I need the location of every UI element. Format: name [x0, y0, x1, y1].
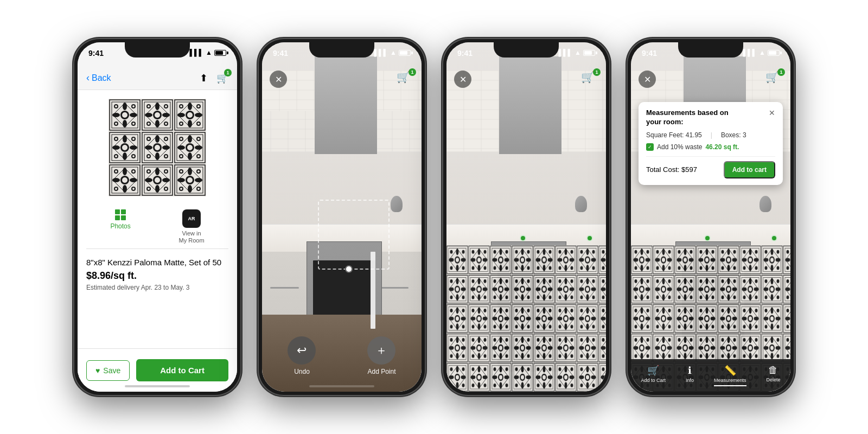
status-time-3: 9:41 — [457, 49, 473, 58]
wifi-icon-3: ▲ — [575, 49, 581, 56]
delivery-info: Estimated delivery Apr. 23 to May. 3 — [86, 284, 228, 291]
ar-selection-area — [318, 200, 390, 270]
scene-kettle-3 — [575, 196, 587, 212]
home-indicator-2 — [309, 385, 374, 387]
ar-bottom-toolbar: 🛒 Add to Cart ℹ Info 📏 Measurements 🗑 De… — [631, 359, 790, 392]
undo-button[interactable]: ↩ Undo — [288, 336, 316, 375]
save-button[interactable]: ♥ Save — [86, 360, 130, 381]
save-label: Save — [103, 366, 120, 375]
phone-1: 9:41 ▌▌▌ ▲ ‹ Back ⬆ — [73, 38, 241, 396]
cart-nav-container: 🛒 1 — [216, 72, 228, 84]
svg-rect-40 — [446, 245, 606, 392]
battery-icon-3 — [583, 50, 595, 56]
ar-badge: AR — [182, 209, 201, 228]
patterned-floor-3 — [446, 245, 606, 392]
add-point-label: Add Point — [367, 368, 395, 375]
phone-4-kitchen — [631, 42, 790, 392]
ar-close-button-2[interactable]: ✕ — [270, 71, 287, 88]
toolbar-info-icon: ℹ — [688, 365, 692, 376]
ar-cart-button-3[interactable]: 🛒 1 — [581, 71, 598, 88]
toolbar-delete-icon: 🗑 — [768, 365, 778, 376]
phone-1-inner: 9:41 ▌▌▌ ▲ ‹ Back ⬆ — [78, 42, 237, 392]
sq-feet-label: Square Feet: — [646, 131, 684, 139]
back-button[interactable]: ‹ Back — [86, 72, 111, 84]
toolbar-measurements[interactable]: 📏 Measurements — [714, 365, 746, 386]
phone-2: 9:41 ▌▌▌ ▲ ✕ 🛒 1 — [258, 38, 426, 396]
mcard-boxes: Boxes: 3 — [721, 131, 746, 139]
battery-icon-4 — [768, 50, 780, 56]
waste-checkbox[interactable]: ✓ — [646, 143, 654, 151]
signal-icon-1: ▌▌▌ — [190, 49, 204, 56]
ar-cart-badge-3: 1 — [593, 68, 601, 76]
phone-3-inner: 9:41 ▌▌▌ ▲ ✕ 🛒 1 — [446, 42, 606, 392]
signal-icon-2: ▌▌▌ — [374, 49, 388, 56]
phone-4: 9:41 ▌▌▌ ▲ ✕ 🛒 1 Measure — [627, 38, 795, 396]
battery-icon-1 — [214, 50, 226, 56]
toolbar-delete[interactable]: 🗑 Delete — [766, 365, 780, 382]
floor-tile-svg-3 — [446, 245, 606, 392]
back-label: Back — [92, 73, 111, 83]
phone-1-body: Photos AR View inMy Room 8"x8" Kenzzi Pa… — [78, 90, 237, 348]
share-icon[interactable]: ⬆ — [200, 72, 208, 84]
waste-text: Add 10% waste — [657, 143, 702, 151]
toolbar-cart-label: Add to Cart — [641, 378, 666, 383]
view-options: Photos AR View inMy Room — [86, 205, 228, 249]
mcard-row1: Square Feet: 41.95 | Boxes: 3 — [646, 131, 775, 139]
handle-4-2 — [380, 287, 409, 289]
toolbar-measurements-label: Measurements — [714, 378, 746, 383]
mcard-waste-row: ✓ Add 10% waste 46.20 sq ft. — [646, 143, 775, 151]
toolbar-cart-icon: 🛒 — [647, 365, 659, 376]
tile-image-container — [86, 99, 228, 196]
ar-cart-badge-2: 1 — [409, 68, 416, 76]
wifi-icon-2: ▲ — [390, 49, 397, 56]
toolbar-info-label: Info — [686, 378, 694, 383]
ar-view-tab[interactable]: AR View inMy Room — [179, 209, 205, 244]
mcard-header: Measurements based on your room: ✕ — [646, 108, 775, 127]
ar-selection-dot-2 — [345, 265, 353, 273]
heart-icon: ♥ — [95, 366, 100, 375]
phone-4-inner: 9:41 ▌▌▌ ▲ ✕ 🛒 1 Measure — [631, 42, 790, 392]
wifi-icon-4: ▲ — [759, 49, 765, 56]
phone-1-screen: 9:41 ▌▌▌ ▲ ‹ Back ⬆ — [78, 42, 237, 392]
scene-kettle-4 — [760, 196, 771, 212]
phone-2-inner: 9:41 ▌▌▌ ▲ ✕ 🛒 1 — [262, 42, 422, 392]
toolbar-delete-label: Delete — [766, 377, 780, 382]
status-icons-2: ▌▌▌ ▲ — [374, 49, 411, 56]
ar-close-button-3[interactable]: ✕ — [454, 71, 471, 88]
mcard-title: Measurements based on your room: — [646, 108, 733, 127]
wifi-icon-1: ▲ — [206, 49, 212, 56]
add-point-button[interactable]: ＋ Add Point — [367, 336, 395, 375]
ar-cart-badge-4: 1 — [777, 68, 785, 76]
phone-3-screen: 9:41 ▌▌▌ ▲ ✕ 🛒 1 — [446, 42, 606, 392]
ar-cart-button-4[interactable]: 🛒 1 — [765, 71, 783, 88]
total-label: Total Cost: — [646, 165, 679, 174]
mcard-total: Total Cost: $597 — [646, 165, 697, 174]
toolbar-add-to-cart[interactable]: 🛒 Add to Cart — [641, 365, 666, 383]
notch-1 — [125, 42, 190, 58]
phone-2-screen: 9:41 ▌▌▌ ▲ ✕ 🛒 1 — [262, 42, 422, 392]
phone-1-navbar: ‹ Back ⬆ 🛒 1 — [78, 66, 237, 90]
mcard-footer: Total Cost: $597 Add to cart — [646, 156, 775, 178]
signal-icon-4: ▌▌▌ — [743, 49, 757, 56]
add-to-cart-button[interactable]: Add to Cart — [136, 359, 228, 381]
svg-rect-19 — [108, 99, 206, 196]
phones-container: 9:41 ▌▌▌ ▲ ‹ Back ⬆ — [57, 22, 811, 412]
total-value: $597 — [681, 165, 697, 174]
mcard-close-button[interactable]: ✕ — [769, 108, 775, 117]
product-price: $8.96/sq ft. — [86, 270, 228, 282]
photos-tab[interactable]: Photos — [110, 209, 130, 244]
scene-hood-3 — [499, 56, 561, 154]
photos-label: Photos — [110, 222, 130, 230]
add-point-icon: ＋ — [367, 336, 395, 365]
status-time-2: 9:41 — [273, 49, 288, 58]
mcard-add-to-cart-button[interactable]: Add to cart — [724, 161, 775, 178]
ar-controls-2: ↩ Undo ＋ Add Point — [262, 336, 422, 375]
ar-close-button-4[interactable]: ✕ — [639, 71, 656, 88]
measurement-card: Measurements based on your room: ✕ Squar… — [639, 102, 783, 185]
status-time-1: 9:41 — [88, 49, 104, 58]
ar-cart-button-2[interactable]: 🛒 1 — [397, 71, 414, 88]
toolbar-info[interactable]: ℹ Info — [686, 365, 694, 383]
tile-image — [108, 99, 206, 196]
photos-icon — [115, 209, 126, 220]
toolbar-measurements-icon: 📏 — [724, 365, 736, 376]
